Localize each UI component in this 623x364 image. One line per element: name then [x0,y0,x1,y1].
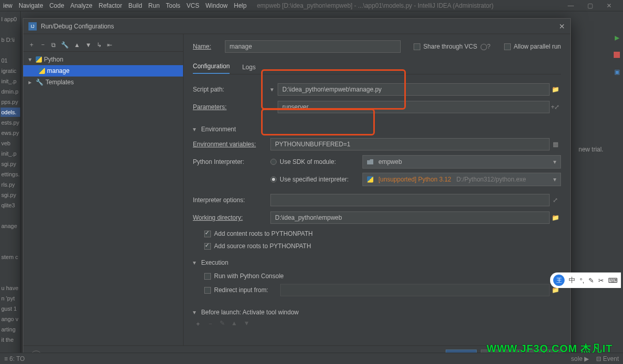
bl-up-icon[interactable]: ▲ [231,320,237,328]
bl-down-icon[interactable]: ▼ [244,320,250,328]
project-file-item[interactable]: it the [1,335,20,344]
tab-logs[interactable]: Logs [242,64,255,74]
stop-icon[interactable] [614,52,620,58]
project-file-item[interactable]: ettings. [1,170,20,179]
share-checkbox[interactable] [414,43,420,50]
menu-vcs[interactable]: VCS [187,2,200,9]
menu-build[interactable]: Build [128,2,142,9]
project-file-item[interactable]: ango v [1,314,20,324]
remove-icon[interactable]: － [40,40,46,49]
tree-python[interactable]: ▾ Python [23,54,183,65]
bl-remove-icon[interactable]: － [207,320,214,328]
collapse-icon[interactable]: ⇤ [107,41,112,49]
close-window-icon[interactable]: ✕ [606,2,612,9]
expand-icon[interactable]: ⤢ [550,194,561,206]
project-file-item[interactable]: n 'pyt [1,294,20,303]
project-file-item[interactable] [1,263,20,272]
menu-refactor[interactable]: Refactor [99,2,122,9]
add-source-checkbox[interactable] [204,243,211,250]
status-left[interactable]: ≡ 6: TO [4,355,25,362]
help-small-icon[interactable]: ◯? [480,43,491,50]
project-file-item[interactable] [1,25,20,34]
project-file-item[interactable]: sgi.py [1,159,20,169]
project-file-item[interactable]: gust 1 [1,304,20,313]
minimize-icon[interactable]: — [568,2,574,9]
project-file-item[interactable]: igratic [1,66,20,75]
ime-keyboard-icon[interactable]: ⌨ [608,277,618,284]
redirect-input[interactable] [280,284,550,296]
wrench-icon[interactable]: 🔧 [61,41,69,49]
project-file-item[interactable]: odels. [1,108,20,117]
specified-radio[interactable] [270,176,277,183]
project-file-item[interactable] [1,211,20,220]
interpreter-options-input[interactable] [270,194,550,206]
status-console[interactable]: sole ▶ [571,355,589,362]
execution-header[interactable]: ▾Execution [193,255,561,270]
ime-scissors-icon[interactable]: ✂ [598,277,604,284]
play-icon[interactable]: ▶ [615,34,619,41]
down-icon[interactable]: ▼ [85,41,92,49]
project-file-item[interactable]: ests.py [1,118,20,127]
ime-toolbar[interactable]: 王 中 °, ✎ ✂ ⌨ [550,272,621,288]
add-content-checkbox[interactable] [204,231,211,237]
menu-code[interactable]: Code [49,2,64,9]
sdk-module-select[interactable]: empweb ▾ [362,155,561,169]
project-file-item[interactable]: arting [1,325,20,334]
menu-analyze[interactable]: Analyze [70,2,93,9]
tree-manage[interactable]: manage [23,65,183,77]
project-file-item[interactable] [1,242,20,251]
menu-run[interactable]: Run [148,2,160,9]
parallel-checkbox[interactable] [504,43,511,50]
redirect-checkbox[interactable] [204,287,211,294]
up-icon[interactable]: ▲ [74,41,80,49]
close-icon[interactable]: ✕ [559,22,565,31]
bl-add-icon[interactable]: ＋ [195,320,201,328]
project-file-item[interactable]: ews.py [1,128,20,138]
before-launch-header[interactable]: ▾Before launch: Activate tool window [193,305,561,320]
project-file-item[interactable]: pps.py [1,97,20,107]
project-file-item[interactable]: init_.p [1,77,20,86]
ime-edit-icon[interactable]: ✎ [588,277,594,284]
project-file-item[interactable] [1,273,20,282]
project-file-item[interactable]: b D:\i [1,35,20,44]
sdk-radio[interactable] [270,159,277,165]
name-input[interactable] [225,40,401,53]
specified-interpreter-select[interactable]: [unsupported] Python 3.12 D:/Python312/p… [362,173,561,186]
layout-icon[interactable]: ▣ [614,68,620,75]
menu-view[interactable]: iew [3,2,12,9]
envvars-edit-icon[interactable]: ▦ [550,138,561,150]
environment-header[interactable]: ▾Environment [193,122,561,136]
tab-configuration[interactable]: Configuration [193,63,230,74]
envvars-input[interactable] [270,138,550,150]
project-file-item[interactable]: stem c [1,252,20,262]
browse-folder-icon[interactable]: 📁 [550,83,561,96]
project-file-item[interactable]: rls.py [1,180,20,189]
ime-punct-icon[interactable]: °, [580,277,584,284]
menu-navigate[interactable]: Navigate [19,2,43,9]
project-file-item[interactable]: 01 [1,56,20,65]
maximize-icon[interactable]: ▢ [587,2,593,9]
menu-help[interactable]: Help [234,2,247,9]
project-file-item[interactable] [1,46,20,55]
expand-icon[interactable]: +⤢ [550,101,561,113]
project-file-item[interactable]: init_.p [1,149,20,158]
copy-icon[interactable]: ⧉ [51,41,56,49]
parameters-input[interactable] [278,101,550,113]
project-file-item[interactable]: qlite3 [1,201,20,210]
project-file-item[interactable] [1,232,20,241]
working-dir-input[interactable] [270,211,550,224]
script-path-input[interactable] [278,83,550,96]
menu-window[interactable]: Window [206,2,228,9]
project-file-item[interactable]: veb [1,139,20,148]
project-file-item[interactable]: l app0 [1,14,20,24]
folder-out-icon[interactable]: ↳ [97,41,102,49]
status-event[interactable]: ⊟ Event [596,355,619,362]
project-file-item[interactable]: anage [1,221,20,231]
project-file-item[interactable]: dmin.p [1,87,20,96]
browse-folder-icon[interactable]: 📁 [550,211,561,224]
bl-edit-icon[interactable]: ✎ [220,320,225,328]
run-console-checkbox[interactable] [204,273,211,280]
tree-templates[interactable]: ▸🔧 Templates [23,77,183,88]
project-file-item[interactable]: u have [1,283,20,293]
script-path-dropdown-icon[interactable]: ▾ [270,86,278,93]
